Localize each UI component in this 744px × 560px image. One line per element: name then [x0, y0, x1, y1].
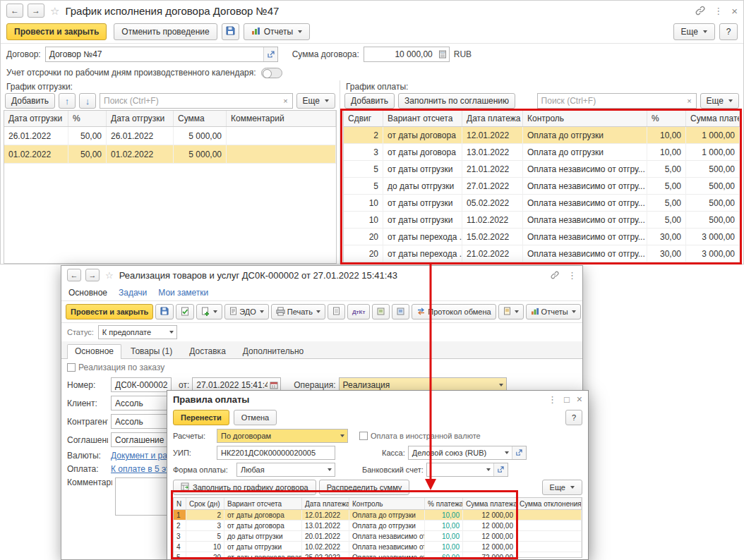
cell-shift[interactable]: 5	[344, 161, 383, 178]
cell-percent[interactable]: 50,00	[68, 127, 107, 145]
cell-count-variant[interactable]: от даты отгрузки	[383, 161, 462, 178]
move-up-button[interactable]: ↑	[59, 93, 76, 109]
rules-table-row[interactable]: 3 5 до даты отгрузки 20.01.2022 Оплата н…	[174, 531, 582, 542]
cell-shift[interactable]: 2	[344, 127, 383, 144]
cell-percent[interactable]: 10,00	[425, 531, 463, 542]
cell-percent[interactable]: 5,00	[647, 195, 686, 212]
cell-ship-date-2[interactable]: 01.02.2022	[107, 145, 174, 164]
cell-percent[interactable]: 10,00	[425, 521, 463, 531]
cell-pay-amount[interactable]: 3 000,00	[686, 229, 740, 245]
cell-percent[interactable]: 10,00	[425, 542, 463, 552]
cell-pay-amount[interactable]: 500,00	[686, 161, 740, 178]
cell-ship-date[interactable]: 01.02.2022	[4, 145, 68, 164]
cell-control[interactable]: Оплата независимо от отгру...	[523, 245, 647, 262]
cell-pay-amount[interactable]: 12 000,00	[463, 531, 517, 542]
help-button[interactable]: ?	[719, 23, 738, 40]
cell-shift[interactable]: 20	[344, 229, 383, 245]
cell-amount[interactable]: 5 000,00	[174, 127, 227, 145]
rules-table-row[interactable]: 1 2 от даты договора 12.01.2022 Оплата д…	[174, 510, 582, 521]
reports-button[interactable]: Отчеты	[244, 23, 310, 40]
shipment-table-row[interactable]: 26.01.2022 50,00 26.01.2022 5 000,00	[4, 127, 336, 145]
by-order-checkbox[interactable]	[67, 363, 76, 372]
cell-pay-date[interactable]: 10.02.2022	[302, 542, 349, 552]
cell-percent[interactable]: 5,00	[647, 178, 686, 195]
cell-ship-date[interactable]: 26.01.2022	[4, 127, 68, 145]
calculator-icon[interactable]	[436, 50, 449, 59]
cell-count-variant[interactable]: от даты договора	[224, 521, 302, 531]
edo-button[interactable]: ЭДО	[224, 304, 269, 319]
transfer-button[interactable]: Перенести	[173, 410, 229, 425]
doc-post-and-close-button[interactable]: Провести и закрыть	[66, 304, 153, 319]
status-select[interactable]: К предоплате	[98, 325, 177, 339]
cell-deviation-amount[interactable]	[517, 552, 582, 557]
cell-control[interactable]: Оплата до отгрузки	[349, 510, 425, 521]
shipment-column-header[interactable]: Комментарий	[227, 111, 336, 126]
settlements-select[interactable]: По договорам	[217, 429, 348, 443]
cell-pay-amount[interactable]: 12 000,00	[463, 510, 517, 521]
cell-percent[interactable]: 10,00	[647, 127, 686, 144]
cell-term-days[interactable]: 2	[186, 510, 224, 521]
print-button[interactable]: Печать	[271, 304, 325, 319]
cell-term-days[interactable]: 20	[186, 552, 224, 557]
payment-table-row[interactable]: 5 от даты отгрузки 21.01.2022 Оплата нез…	[344, 161, 740, 178]
save-button[interactable]	[222, 23, 239, 40]
cell-pay-amount[interactable]: 500,00	[686, 212, 740, 229]
cell-pay-date[interactable]: 13.01.2022	[462, 144, 523, 161]
kebab-menu-icon[interactable]: ⋮	[714, 6, 723, 16]
document-tab[interactable]: Дополнительно	[235, 344, 311, 358]
cell-count-variant[interactable]: от даты перехода прав...	[224, 552, 302, 557]
doc-reports-button[interactable]: Отчеты	[526, 304, 581, 319]
cell-control[interactable]: Оплата до отгрузки	[349, 521, 425, 531]
close-icon[interactable]: ×	[577, 394, 582, 404]
clear-search-icon[interactable]: ×	[683, 97, 696, 105]
shipment-table-row[interactable]: 01.02.2022 50,00 01.02.2022 5 000,00	[4, 145, 336, 164]
cell-percent[interactable]: 30,00	[647, 229, 686, 245]
link-icon[interactable]	[695, 6, 705, 16]
cell-count-variant[interactable]: от даты отгрузки	[383, 212, 462, 229]
cell-pay-amount[interactable]: 1 000,00	[686, 144, 740, 161]
exchange-protocol-button[interactable]: Протокол обмена	[412, 304, 496, 319]
cell-pay-date[interactable]: 11.02.2022	[462, 212, 523, 229]
rules-column-header[interactable]: Вариант отсчета	[224, 498, 302, 509]
shipment-more-button[interactable]: Еще	[296, 93, 335, 109]
cell-pay-date[interactable]: 15.02.2022	[462, 229, 523, 245]
cell-count-variant[interactable]: от даты договора	[224, 510, 302, 521]
cell-pay-date[interactable]: 13.01.2022	[302, 521, 349, 531]
cell-pay-date[interactable]: 25.02.2022	[302, 552, 349, 557]
dt-kt-button[interactable]: ДтКт	[347, 304, 370, 319]
cell-pay-date[interactable]: 27.01.2022	[462, 178, 523, 195]
shipment-column-header[interactable]: Сумма	[174, 111, 227, 126]
cell-deviation-amount[interactable]	[517, 521, 582, 531]
cell-pay-date[interactable]: 20.01.2022	[302, 531, 349, 542]
number-field[interactable]: ДС0К-000002	[111, 377, 172, 392]
cell-count-variant[interactable]: до даты отгрузки	[224, 531, 302, 542]
cell-count-variant[interactable]: от даты перехода ...	[383, 229, 462, 245]
payment-table-row[interactable]: 5 до даты отгрузки 27.01.2022 Оплата нез…	[344, 178, 740, 195]
contract-amount-field[interactable]: 10 000,00	[364, 47, 450, 62]
payment-column-header[interactable]: Контроль	[523, 111, 647, 126]
cell-control[interactable]: Оплата независимо от отгр...	[349, 552, 425, 557]
rules-column-header[interactable]: Сумма отклонения	[517, 498, 582, 509]
cell-control[interactable]: Оплата независимо от отгру...	[523, 229, 647, 245]
cell-pay-amount[interactable]: 500,00	[686, 195, 740, 212]
cell-pay-date[interactable]: 12.01.2022	[462, 127, 523, 144]
rules-column-header[interactable]: Контроль	[349, 498, 425, 509]
cell-shift[interactable]: 5	[344, 178, 383, 195]
cell-pay-date[interactable]: 21.02.2022	[462, 245, 523, 262]
rules-table-row[interactable]: 5 20 от даты перехода прав... 25.02.2022…	[174, 552, 582, 557]
payment-search-input[interactable]	[538, 96, 683, 106]
cell-shift[interactable]: 10	[344, 212, 383, 229]
shipment-column-header[interactable]: Дата отгрузки	[4, 111, 68, 126]
payment-table-row[interactable]: 10 от даты отгрузки 05.02.2022 Оплата не…	[344, 195, 740, 212]
cell-row-number[interactable]: 3	[174, 531, 186, 542]
rules-column-header[interactable]: Срок (дн)	[186, 498, 224, 509]
help-button[interactable]: ?	[565, 410, 582, 425]
cell-term-days[interactable]: 10	[186, 542, 224, 552]
cell-control[interactable]: Оплата независимо от отгр...	[349, 542, 425, 552]
nav-tab[interactable]: Основное	[68, 288, 107, 297]
move-down-button[interactable]: ↓	[79, 93, 96, 109]
cell-count-variant[interactable]: от даты договора	[383, 127, 462, 144]
favorite-star-icon[interactable]: ☆	[50, 6, 59, 16]
rules-more-button[interactable]: Еще	[542, 480, 582, 495]
cell-comment[interactable]	[227, 127, 336, 145]
